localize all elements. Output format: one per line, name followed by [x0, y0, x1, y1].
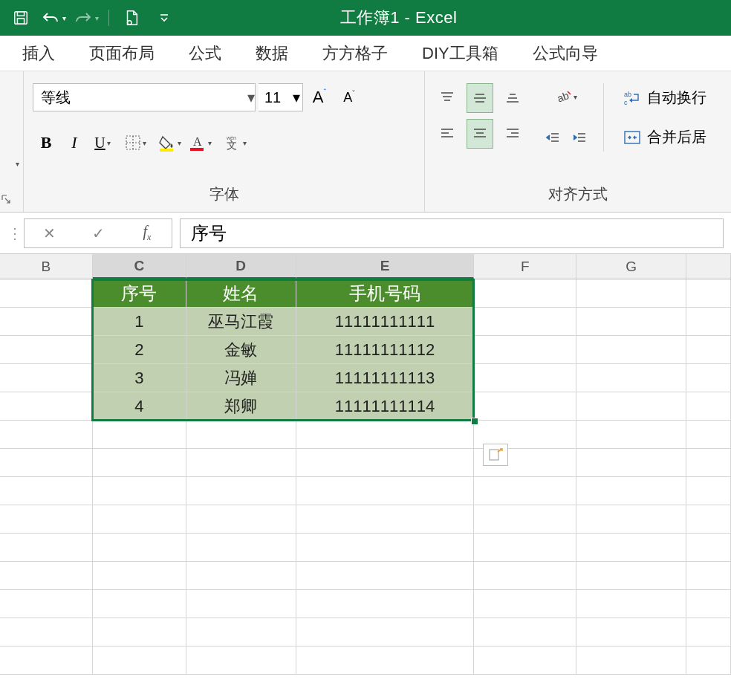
table-row: 序号 姓名 手机号码 — [0, 279, 731, 308]
column-headers: B C D E F G — [0, 254, 731, 279]
enter-icon[interactable]: ✓ — [82, 224, 114, 242]
chevron-down-icon[interactable]: ▾ — [240, 88, 255, 106]
increase-font-button[interactable]: Aˆ — [306, 84, 333, 111]
orientation-button[interactable]: ab ▾ — [539, 83, 593, 110]
wrap-text-button[interactable]: abc 自动换行 — [617, 83, 712, 112]
svg-rect-40 — [625, 132, 640, 143]
cancel-icon[interactable]: ✕ — [33, 224, 65, 242]
svg-text:ab: ab — [624, 91, 631, 98]
formula-bar-handle[interactable]: ⋮ — [7, 224, 16, 242]
spreadsheet-grid[interactable]: B C D E F G 序号 姓名 手机号码 1 巫马江霞 1111111111… — [0, 254, 731, 675]
font-size-combo[interactable]: 11 ▾ — [259, 83, 303, 111]
table-cell[interactable]: 11111111111 — [296, 308, 475, 336]
tab-formula-wizard[interactable]: 公式向导 — [519, 36, 611, 71]
svg-point-3 — [128, 21, 132, 25]
col-header-F[interactable]: F — [474, 254, 576, 279]
svg-rect-2 — [17, 19, 24, 24]
col-header-partial[interactable] — [686, 254, 731, 279]
table-cell[interactable]: 3 — [93, 364, 186, 392]
formula-buttons: ✕ ✓ fx — [24, 218, 172, 248]
svg-text:A: A — [193, 135, 202, 148]
phonetic-button[interactable]: wén文 ▾ — [221, 129, 250, 156]
table-cell[interactable]: 郑卿 — [186, 392, 296, 421]
quick-access-toolbar: ▾ ▾ — [7, 6, 178, 30]
table-row: 2 金敏 11111111112 — [0, 336, 731, 364]
customize-qat-icon[interactable] — [151, 6, 178, 30]
col-header-G[interactable]: G — [576, 254, 686, 279]
tab-diy-toolbox[interactable]: DIY工具箱 — [409, 36, 512, 71]
align-middle-button[interactable] — [467, 83, 493, 113]
merge-center-label: 合并后居 — [647, 127, 706, 147]
table-cell[interactable]: 冯婵 — [186, 364, 296, 392]
decrease-font-button[interactable]: Aˇ — [336, 84, 363, 111]
font-color-button[interactable]: A ▾ — [186, 129, 215, 156]
launcher-icon[interactable] — [1, 194, 11, 204]
merge-center-button[interactable]: 合并后居 — [617, 123, 712, 152]
table-cell[interactable]: 4 — [93, 392, 186, 421]
grid-rows: 序号 姓名 手机号码 1 巫马江霞 11111111111 2 金敏 11111… — [0, 279, 731, 675]
chevron-down-icon[interactable]: ▾ — [287, 88, 306, 106]
align-bottom-button[interactable] — [499, 83, 526, 113]
decrease-indent-button[interactable] — [539, 125, 566, 152]
col-header-E[interactable]: E — [296, 254, 475, 279]
ribbon: ▾ 等线 ▾ 11 ▾ Aˆ Aˇ — [0, 71, 731, 213]
underline-button[interactable]: U▾ — [89, 129, 116, 156]
tab-insert[interactable]: 插入 — [9, 36, 68, 71]
table-cell[interactable]: 1 — [93, 308, 186, 336]
increase-indent-button[interactable] — [566, 125, 593, 152]
align-left-button[interactable] — [434, 119, 461, 149]
tab-page-layout[interactable]: 页面布局 — [76, 36, 168, 71]
ribbon-tabs: 插入 页面布局 公式 数据 方方格子 DIY工具箱 公式向导 — [0, 36, 731, 71]
table-cell[interactable]: 11111111113 — [296, 364, 475, 392]
tab-fangfang[interactable]: 方方格子 — [309, 36, 401, 71]
print-preview-icon[interactable] — [118, 6, 145, 30]
font-size-value: 11 — [259, 89, 287, 106]
font-group-label: 字体 — [33, 180, 415, 209]
paste-dropdown-partial[interactable]: ▾ — [9, 151, 24, 178]
align-right-button[interactable] — [499, 119, 526, 149]
font-name-value: 等线 — [33, 88, 240, 108]
table-header-cell[interactable]: 序号 — [93, 279, 186, 308]
table-row: 4 郑卿 11111111114 — [0, 392, 731, 421]
title-bar: ▾ ▾ 工作簿1 - Excel — [0, 0, 731, 36]
fill-color-button[interactable]: ▾ — [155, 129, 184, 156]
formula-value: 序号 — [191, 221, 227, 245]
table-cell[interactable]: 巫马江霞 — [186, 308, 296, 336]
redo-button[interactable]: ▾ — [73, 6, 100, 30]
svg-rect-8 — [160, 149, 173, 152]
svg-rect-10 — [190, 148, 204, 151]
table-header-cell[interactable]: 手机号码 — [296, 279, 475, 308]
formula-bar: ⋮ ✕ ✓ fx 序号 — [0, 213, 731, 254]
table-header-cell[interactable]: 姓名 — [186, 279, 296, 308]
svg-text:文: 文 — [227, 139, 237, 151]
align-group-label: 对齐方式 — [434, 180, 722, 209]
wrap-text-label: 自动换行 — [647, 88, 706, 108]
align-top-button[interactable] — [434, 83, 461, 113]
table-cell[interactable]: 11111111114 — [296, 392, 475, 421]
table-row: 1 巫马江霞 11111111111 — [0, 308, 731, 336]
borders-button[interactable]: ▾ — [122, 129, 149, 156]
undo-button[interactable]: ▾ — [40, 6, 67, 30]
save-icon[interactable] — [7, 6, 34, 30]
svg-rect-41 — [490, 450, 498, 460]
svg-text:c: c — [624, 99, 628, 106]
table-cell[interactable]: 金敏 — [186, 336, 296, 364]
fx-icon[interactable]: fx — [131, 223, 163, 243]
table-row: 3 冯婵 11111111113 — [0, 364, 731, 392]
align-center-button[interactable] — [467, 119, 493, 149]
table-cell[interactable]: 2 — [93, 336, 186, 364]
tab-formulas[interactable]: 公式 — [175, 36, 235, 71]
italic-button[interactable]: I — [61, 129, 88, 156]
font-name-combo[interactable]: 等线 ▾ — [33, 83, 256, 111]
col-header-D[interactable]: D — [186, 254, 296, 279]
svg-rect-0 — [15, 12, 27, 25]
tab-data[interactable]: 数据 — [242, 36, 302, 71]
paste-options-icon[interactable] — [483, 444, 508, 466]
col-header-C[interactable]: C — [93, 254, 186, 279]
table-cell[interactable]: 11111111112 — [296, 336, 475, 364]
col-header-B[interactable]: B — [0, 254, 93, 279]
fill-handle[interactable] — [471, 418, 478, 425]
formula-input[interactable]: 序号 — [180, 218, 724, 248]
bold-button[interactable]: B — [33, 129, 59, 156]
window-title: 工作簿1 - Excel — [178, 7, 620, 29]
